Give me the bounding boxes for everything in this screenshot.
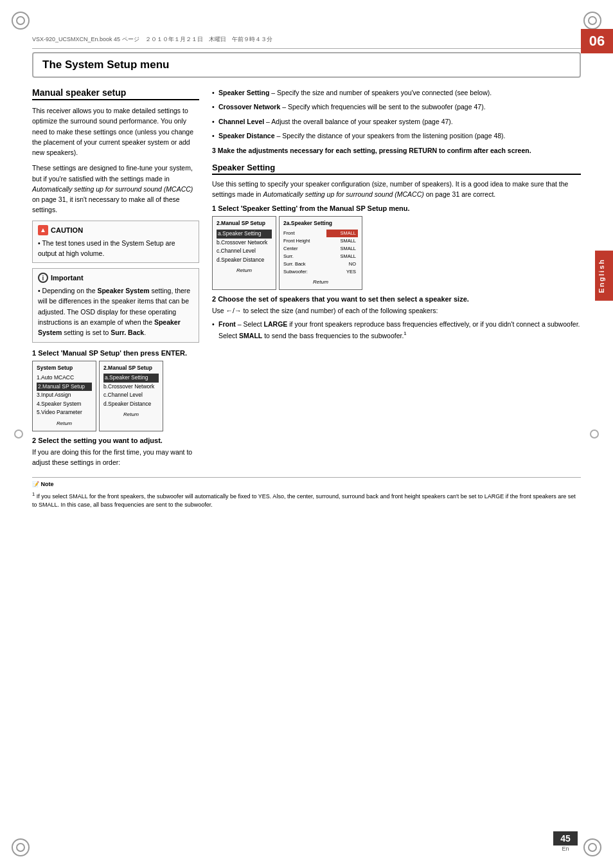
important-icon: i (38, 273, 48, 283)
bullet-list: Speaker Setting – Specify the size and n… (212, 87, 581, 141)
main-content: Manual speaker setup This receiver allow… (32, 87, 581, 471)
sp-screen-box2-title: 2a.Speaker Setting (283, 219, 358, 228)
important-text: • Depending on the Speaker System settin… (38, 285, 193, 338)
sp-table-row-surrback: Surr. Back NO (283, 260, 358, 268)
sp-cell-sub-val: YES (326, 268, 358, 276)
sp-row-b: b.Crossover Network (217, 239, 272, 248)
sp-col-front-val: SMALL (326, 230, 358, 237)
sp-screen-box2: 2a.Speaker Setting Front SMALL Front Hei… (279, 216, 362, 289)
header-file-info: VSX-920_UCSMXCN_En.book 45 ページ ２０１０年１月２１… (32, 35, 581, 44)
list-item-crossover: Crossover Network – Specify which freque… (212, 102, 581, 112)
caution-box: ▲ CAUTION • The test tones used in the S… (32, 221, 199, 264)
caution-icon: ▲ (38, 225, 48, 235)
chapter-badge: 06 (581, 29, 613, 53)
caution-text: • The test tones used in the System Setu… (38, 238, 193, 259)
corner-decoration-bl (12, 838, 30, 856)
sp-table-row-subwoofer: Subwoofer: YES (283, 268, 358, 276)
list-item-channel-level: Channel Level – Adjust the overall balan… (212, 116, 581, 127)
sp-screen-footer2: Return (283, 278, 358, 287)
subsection-heading-speaker-setting: Speaker Setting (212, 163, 581, 175)
important-box: i Important • Depending on the Speaker S… (32, 268, 199, 342)
important-title: i Important (38, 273, 193, 283)
sp-table-row-surr: Surr. SMALL (283, 253, 358, 260)
sp-table-row-center: Center SMALL (283, 245, 358, 253)
screen-row-3: 3.Input Assign (37, 391, 92, 400)
screen-row-b: b.Crossover Network (103, 383, 159, 392)
step2-heading: 2 Select the setting you want to adjust. (32, 437, 199, 444)
sp-cell-surr-val: SMALL (326, 253, 358, 260)
sp-row-d: d.Speaker Distance (217, 256, 272, 265)
corner-decoration-tl (12, 12, 30, 30)
screen-box2-title: 2.Manual SP Setup (103, 364, 159, 373)
sp-cell-surrback-val: NO (326, 260, 358, 268)
header-area: VSX-920_UCSMXCN_En.book 45 ページ ２０１０年１月２１… (32, 35, 581, 49)
sp-cell-surrback-label: Surr. Back (283, 260, 326, 268)
left-column: Manual speaker setup This receiver allow… (32, 87, 199, 471)
sp-table-row-front-height: Front Height SMALL (283, 237, 358, 245)
corner-decoration-tr (583, 12, 601, 30)
sp-table-header: Front SMALL (283, 230, 358, 237)
screen-footer-1: Return (37, 420, 92, 428)
list-item-speaker-setting: Speaker Setting – Specify the size and n… (212, 87, 581, 98)
side-decoration-left (14, 429, 23, 439)
speaker-setting-intro: Use this setting to specify your speaker… (212, 179, 581, 200)
screen-box-system-setup: System Setup 1.Auto MCACC 2.Manual SP Se… (32, 361, 96, 431)
screen-row-4: 4.Speaker System (37, 400, 92, 409)
screen-row-5: 5.Video Parameter (37, 408, 92, 417)
left-para1: This receiver allows you to make detaile… (32, 105, 199, 158)
screen-footer-2: Return (103, 411, 159, 419)
screen-box-manual-setup: 2.Manual SP Setup a.Speaker Setting b.Cr… (99, 361, 163, 431)
screen-row-2-highlight: 2.Manual SP Setup (37, 383, 92, 392)
screen-row-1: 1.Auto MCACC (37, 374, 92, 383)
page-title: The System Setup menu (42, 59, 169, 71)
step1-screen: System Setup 1.Auto MCACC 2.Manual SP Se… (32, 361, 199, 431)
note-label: 📝 Note (32, 480, 581, 489)
speaker-step2-heading: 2 Choose the set of speakers that you wa… (212, 295, 581, 303)
page-number-box: 45 (553, 831, 578, 845)
corner-decoration-br (583, 838, 601, 856)
sp-col-front-label: Front (283, 230, 326, 237)
sp-row-c: c.Channel Level (217, 247, 272, 256)
sp-screen-box1-title: 2.Manual SP Setup (217, 219, 272, 228)
language-tab: English (595, 251, 613, 301)
note-footer: 📝 Note 1 If you select SMALL for the fro… (32, 477, 581, 510)
screen-box1-title: System Setup (37, 364, 92, 373)
sp-cell-fh-label: Front Height (283, 237, 326, 245)
speaker-setting-table: Front SMALL Front Height SMALL Center SM… (283, 230, 358, 276)
speaker-step1-screen: 2.Manual SP Setup a.Speaker Setting b.Cr… (212, 216, 581, 289)
screen-row-d: d.Speaker Distance (103, 400, 159, 409)
list-item-speaker-distance: Speaker Distance – Specify the distance … (212, 131, 581, 141)
sp-cell-center-val: SMALL (326, 245, 358, 253)
screen-row-a-highlight: a.Speaker Setting (103, 374, 159, 383)
list-item-front: Front – Select LARGE if your front speak… (212, 319, 581, 340)
note-text: 1 If you select SMALL for the front spea… (32, 491, 581, 510)
step2-text: If you are doing this for the first time… (32, 448, 199, 468)
sp-cell-fh-val: SMALL (326, 237, 358, 245)
page-lang: En (562, 845, 569, 852)
page-number-area: 45 En (553, 831, 578, 852)
title-bar: The System Setup menu (32, 52, 581, 78)
step1-heading: 1 Select 'Manual SP Setup' then press EN… (32, 349, 199, 357)
screen-row-c: c.Channel Level (103, 391, 159, 400)
caution-title: ▲ CAUTION (38, 225, 193, 235)
speaker-step2-text: Use ←/→ to select the size (and number) … (212, 306, 581, 316)
sp-screen-footer1: Return (217, 267, 272, 275)
sp-row-a: a.Speaker Setting (217, 230, 272, 239)
sp-cell-surr-label: Surr. (283, 253, 326, 260)
speaker-step1-heading: 1 Select 'Speaker Setting' from the Manu… (212, 204, 581, 212)
sp-cell-center-label: Center (283, 245, 326, 253)
step3-text: 3 Make the adjustments necessary for eac… (212, 146, 581, 156)
section-heading-manual-speaker: Manual speaker setup (32, 87, 199, 100)
right-column: Speaker Setting – Specify the size and n… (212, 87, 581, 471)
left-para2: These settings are designed to fine-tune… (32, 163, 199, 215)
side-decoration-right (590, 429, 599, 439)
sp-cell-sub-label: Subwoofer: (283, 268, 326, 276)
sp-screen-box1: 2.Manual SP Setup a.Speaker Setting b.Cr… (212, 216, 276, 289)
front-bullet-list: Front – Select LARGE if your front speak… (212, 319, 581, 340)
